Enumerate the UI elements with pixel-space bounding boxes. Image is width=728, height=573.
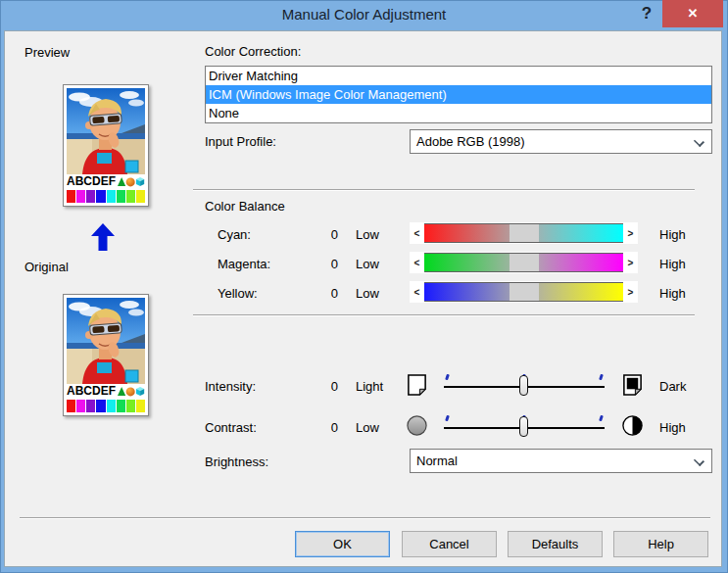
cyan-thumb[interactable]: [510, 224, 539, 242]
separator: [20, 517, 710, 519]
intensity-value: 0: [309, 379, 338, 394]
light-page-icon: [406, 373, 428, 396]
yellow-thumb[interactable]: [510, 283, 539, 301]
contrast-slider[interactable]: [442, 414, 607, 438]
close-button[interactable]: ✕: [662, 0, 723, 27]
ok-button[interactable]: OK: [295, 531, 390, 557]
magenta-low-label: Low: [356, 257, 379, 271]
dark-page-icon: [621, 373, 644, 396]
test-pattern-text: ABCDEF: [67, 174, 116, 189]
color-balance-label: Color Balance: [205, 199, 285, 214]
defaults-button[interactable]: Defaults: [508, 531, 603, 557]
test-pattern-row: ABCDEF: [67, 174, 145, 189]
cyan-increase-arrow[interactable]: >: [623, 222, 638, 244]
swatch: [117, 400, 125, 412]
list-item-icm-selected[interactable]: ICM (Windows Image Color Management): [206, 85, 711, 104]
cyan-track-left[interactable]: [424, 224, 510, 242]
contrast-slider-thumb[interactable]: [519, 416, 528, 437]
swatch: [136, 400, 145, 412]
intensity-slider-thumb[interactable]: [519, 375, 528, 396]
magenta-track-left[interactable]: [424, 254, 510, 271]
help-button[interactable]: Help: [613, 531, 708, 557]
brightness-dropdown[interactable]: Normal: [410, 449, 712, 473]
cyan-decrease-arrow[interactable]: <: [410, 222, 424, 244]
tick: [599, 415, 604, 422]
intensity-dark-label: Dark: [659, 379, 686, 394]
contrast-low-label2: Low: [356, 420, 379, 435]
magenta-increase-arrow[interactable]: >: [623, 252, 638, 273]
close-icon: ✕: [688, 6, 699, 21]
dialog-title: Manual Color Adjustment: [0, 0, 728, 30]
color-correction-label: Color Correction:: [205, 44, 301, 59]
test-pattern-text: ABCDEF: [67, 384, 116, 399]
separator: [193, 314, 695, 316]
yellow-track-right[interactable]: [539, 283, 624, 301]
test-pattern-row: ABCDEF: [67, 384, 145, 399]
swatch: [76, 400, 85, 412]
color-swatch-row: [67, 190, 145, 203]
help-icon[interactable]: ?: [632, 0, 661, 27]
yellow-label: Yellow:: [218, 286, 258, 301]
contrast-value: 0: [309, 420, 338, 435]
cyan-low-label: Low: [356, 227, 379, 242]
chevron-down-icon: [695, 456, 703, 464]
brightness-label: Brightness:: [205, 454, 268, 469]
low-contrast-circle-icon: [406, 414, 428, 437]
swatch: [86, 400, 95, 412]
swatch: [107, 400, 116, 412]
swatch: [126, 400, 135, 412]
magenta-decrease-arrow[interactable]: <: [410, 252, 424, 273]
chevron-down-icon: [695, 137, 703, 145]
high-contrast-circle-icon: [621, 414, 644, 437]
intensity-light-label: Light: [356, 379, 383, 394]
yellow-slider[interactable]: < >: [410, 281, 638, 303]
cancel-button[interactable]: Cancel: [402, 531, 497, 557]
up-arrow-icon: [91, 223, 115, 251]
preview-image: ABCDEF: [63, 84, 149, 207]
swatch: [107, 190, 116, 203]
original-label: Original: [24, 260, 69, 274]
cyan-track[interactable]: [424, 223, 623, 243]
test-pattern-shapes-icon: [118, 175, 145, 188]
swatch: [126, 190, 135, 203]
magenta-track-right[interactable]: [539, 254, 624, 271]
magenta-slider[interactable]: < >: [410, 252, 638, 273]
input-profile-dropdown[interactable]: Adobe RGB (1998): [410, 129, 712, 154]
original-photo: [67, 298, 145, 384]
swatch: [96, 400, 105, 412]
list-item-driver-matching[interactable]: Driver Matching: [206, 67, 711, 85]
input-profile-label: Input Profile:: [205, 134, 276, 149]
swatch: [117, 190, 125, 203]
preview-photo: [67, 88, 145, 174]
separator: [193, 189, 695, 191]
swatch: [86, 190, 95, 203]
yellow-track[interactable]: [424, 282, 623, 302]
magenta-thumb[interactable]: [510, 254, 539, 271]
contrast-high-label: High: [659, 420, 686, 435]
swatch: [96, 190, 105, 203]
yellow-low-label: Low: [356, 286, 379, 301]
swatch: [76, 190, 85, 203]
contrast-label: Contrast:: [205, 420, 257, 435]
list-item-none[interactable]: None: [206, 104, 711, 122]
intensity-slider[interactable]: [442, 373, 607, 397]
brightness-value: Normal: [416, 454, 458, 468]
manual-color-adjustment-dialog: Manual Color Adjustment ? ✕ Preview: [0, 0, 728, 573]
cyan-slider[interactable]: < >: [410, 222, 638, 244]
yellow-track-left[interactable]: [424, 283, 510, 301]
magenta-label: Magenta:: [218, 257, 270, 271]
cyan-high-label: High: [659, 227, 686, 242]
yellow-increase-arrow[interactable]: >: [623, 281, 638, 303]
cyan-label: Cyan:: [218, 227, 251, 242]
yellow-value: 0: [309, 286, 338, 301]
titlebar: Manual Color Adjustment ? ✕: [0, 0, 728, 30]
magenta-value: 0: [309, 257, 338, 271]
yellow-decrease-arrow[interactable]: <: [410, 281, 424, 303]
tick: [445, 415, 450, 422]
swatch: [67, 400, 75, 412]
swatch: [136, 190, 145, 203]
original-image: ABCDEF: [63, 294, 149, 416]
magenta-track[interactable]: [424, 253, 623, 272]
color-correction-listbox[interactable]: Driver Matching ICM (Windows Image Color…: [205, 66, 712, 123]
cyan-track-right[interactable]: [539, 224, 624, 242]
